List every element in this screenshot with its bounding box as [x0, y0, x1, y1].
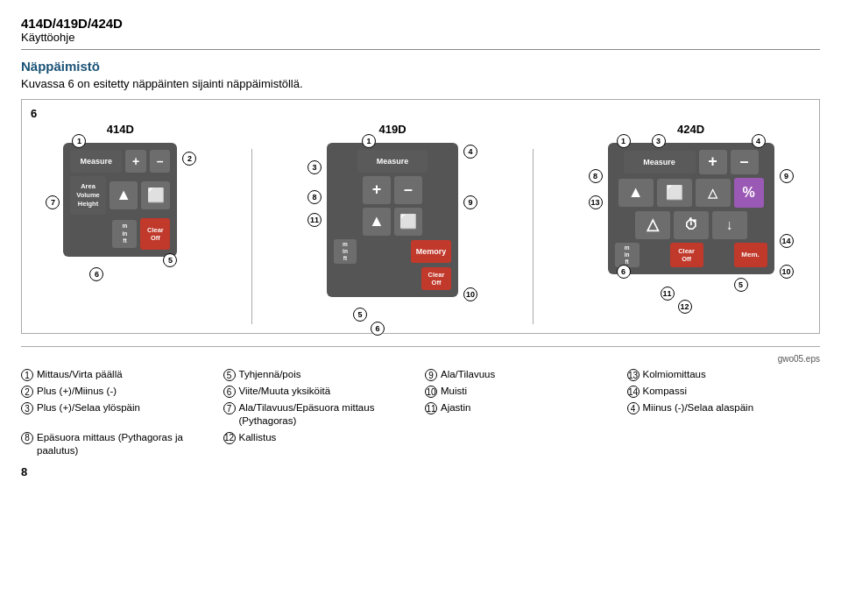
- legend-item: 13 Kolmiomittaus: [627, 367, 821, 382]
- icon-box3-424d: ⬜: [657, 179, 692, 207]
- legend-text: Miinus (-)/Selaa alaspäin: [643, 401, 754, 414]
- callout-12-424d: 12: [678, 300, 692, 314]
- kb-container-414d: 1 7 2 Measure + –: [63, 143, 177, 257]
- page-number: 8: [21, 465, 820, 478]
- legend-num: 13: [627, 369, 640, 381]
- callout-1-419d: 1: [362, 134, 376, 148]
- legend-item: 8 Epäsuora mittaus (Pythagoras ja paalut…: [21, 430, 215, 458]
- kb-container-419d: 1 3 4 8 9 10 Measure + –: [327, 143, 458, 297]
- legend-num: 11: [425, 402, 437, 414]
- callout-14-424d: 14: [780, 234, 794, 248]
- minus-key-424d: –: [731, 150, 759, 174]
- kb-row-1: Measure + –: [70, 150, 170, 173]
- kb-row-2: AreaVolumeHeight ▲ ⬜: [70, 176, 170, 215]
- minus-key-419d: –: [394, 176, 422, 204]
- keyboards-row: 414D 1 7 2 Measure + –: [31, 109, 807, 324]
- legend-text: Mittaus/Virta päällä: [37, 368, 123, 381]
- legend-num: 9: [425, 369, 437, 381]
- measure-key-419d: Measure: [357, 150, 428, 173]
- measure-key-424d: Measure: [624, 151, 696, 173]
- keyboard-body-424d: Measure + – ▲ ⬜ △ % △ ⏱: [608, 143, 774, 274]
- legend-text: Viite/Muuta yksiköitä: [239, 385, 331, 398]
- keyboard-body-414d: Measure + – AreaVolumeHeight ▲ ⬜: [63, 143, 177, 257]
- keyboard-body-419d: Measure + – ▲ ⬜: [327, 143, 458, 297]
- kb-container-424d: 3 4 1 8 9 13 14 6 5 10 Measure +: [608, 143, 774, 274]
- kb-section-414d: 414D 1 7 2 Measure + –: [63, 123, 177, 257]
- measure-key-414d: Measure: [70, 150, 122, 173]
- icon-triangle5-424d: △: [635, 211, 670, 239]
- callout-8-424d: 8: [589, 169, 603, 183]
- model-label-424d: 424D: [677, 123, 704, 136]
- clearoff-key-419d: ClearOff: [421, 267, 451, 290]
- legend-num: 2: [21, 386, 33, 398]
- legend-item: 12 Kallistus: [223, 430, 417, 458]
- callout-4-424d: 4: [752, 134, 766, 148]
- legend-text: Tyhjennä/pois: [239, 368, 301, 381]
- callout-6-424d: 6: [617, 265, 631, 279]
- kb-row-419-5: ClearOff: [334, 267, 451, 290]
- legend-num: 3: [21, 402, 33, 414]
- page-header: 414D/419D/424D Käyttöohje: [21, 16, 820, 50]
- percent-key-424d: %: [734, 178, 764, 208]
- legend-text: Ala/Tilavuus/Epäsuora mittaus (Pythagora…: [239, 401, 417, 428]
- legend-num: 8: [21, 432, 33, 444]
- callout-9-419d: 9: [463, 195, 477, 209]
- callout-13-424d: 13: [589, 195, 603, 209]
- icon-clock-424d: ⏱: [674, 211, 709, 239]
- guide-title: Käyttöohje: [21, 31, 820, 44]
- clearoff-key-414d: ClearOff: [140, 218, 170, 250]
- legend-num: 4: [627, 402, 640, 414]
- divider-2: [533, 149, 534, 324]
- callout-11-419d: 11: [307, 213, 322, 227]
- kb-section-424d: 424D 3 4 1 8 9 13 14 6 5 10 Measure: [608, 123, 774, 274]
- callout-10-419d: 10: [463, 287, 477, 301]
- gwo-label: gwo05.eps: [21, 354, 820, 364]
- callout-8-419d: 8: [307, 190, 322, 204]
- mem-key-424d: Mem.: [734, 243, 767, 267]
- kb-row-419-3: ▲ ⬜: [334, 208, 451, 236]
- kb-row-419-4: minft Memory: [334, 239, 451, 264]
- icon-box-414d: ⬜: [141, 181, 170, 209]
- unit-key-424d: minft: [615, 243, 640, 267]
- legend-text: Plus (+)/Selaa ylöspäin: [37, 401, 140, 414]
- callout-1-424d: 1: [617, 134, 631, 148]
- section-title: Näppäimistö: [21, 59, 820, 74]
- callout-11-424d: 11: [661, 287, 675, 301]
- icon-triangle-414d: ▲: [110, 181, 138, 209]
- legend-item: 2 Plus (+)/Miinus (-): [21, 384, 215, 399]
- legend-num: 10: [425, 386, 437, 398]
- legend-area: gwo05.eps 1 Mittaus/Virta päällä 5 Tyhje…: [21, 346, 820, 458]
- kb-row-424-3: △ ⏱ ↓: [615, 211, 767, 239]
- callout-3-424d: 3: [652, 134, 666, 148]
- icon-triangle4-424d: △: [696, 179, 731, 207]
- unit-key-419d: minft: [334, 239, 357, 264]
- legend-text: Plus (+)/Miinus (-): [37, 385, 117, 398]
- area-vol-key-414d: AreaVolumeHeight: [70, 176, 105, 215]
- legend-text: Ala/Tilavuus: [441, 368, 495, 381]
- model-label-414d: 414D: [107, 123, 134, 136]
- callout-4-419d: 4: [463, 145, 477, 159]
- kb-row-424-4: minft ClearOff Mem.: [615, 243, 767, 267]
- callout-5-419d: 5: [353, 308, 367, 322]
- legend-item: 1 Mittaus/Virta päällä: [21, 367, 215, 382]
- plus-key-419d: +: [363, 176, 391, 204]
- kb-row-3: minft ClearOff: [70, 218, 170, 250]
- legend-num: 5: [223, 369, 236, 381]
- intro-text: Kuvassa 6 on esitetty näppäinten sijaint…: [21, 77, 820, 90]
- legend-num: 12: [223, 432, 236, 444]
- kb-row-424-1: Measure + –: [615, 150, 767, 174]
- legend-text: Epäsuora mittaus (Pythagoras ja paalutus…: [37, 431, 215, 457]
- divider-1: [251, 149, 252, 324]
- legend-item: 9 Ala/Tilavuus: [425, 367, 618, 382]
- kb-row-419-2: + –: [334, 176, 451, 204]
- kb-row-419-1: Measure: [334, 150, 451, 173]
- minus-key-414d: –: [150, 150, 171, 173]
- legend-item: 11 Ajastin: [425, 400, 618, 428]
- legend-item: 3 Plus (+)/Selaa ylöspäin: [21, 400, 215, 428]
- model-title: 414D/419D/424D: [21, 16, 820, 31]
- legend-item: 10 Muisti: [425, 384, 618, 399]
- plus-key-424d: +: [699, 150, 727, 174]
- icon-triangle2-419d: ▲: [363, 208, 391, 236]
- callout-7-414d: 7: [46, 195, 60, 209]
- legend-item: 14 Kompassi: [627, 384, 821, 399]
